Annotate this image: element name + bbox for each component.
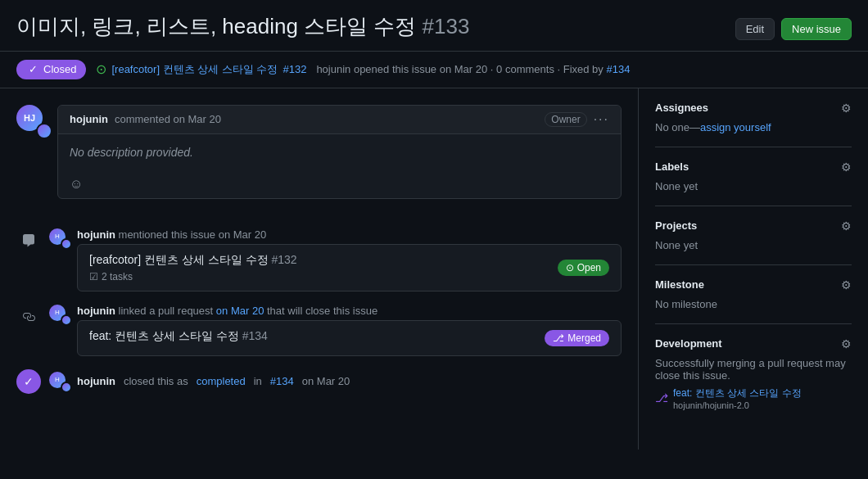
mention-event: H hojunin mentioned this issue on Mar 20… [16,228,622,291]
new-issue-button[interactable]: New issue [781,18,852,40]
status-badge-closed: ✓ Closed [16,60,86,79]
linked-pr-event: H hojunin linked a pull request on Mar 2… [16,305,622,356]
comment-header: hojunin commented on Mar 20 Owner ··· [58,106,621,134]
pr-date-link[interactable]: on Mar 20 [216,305,264,317]
task-count: ☑ 2 tasks [89,271,297,282]
projects-gear-button[interactable]: ⚙ [841,219,852,233]
header-actions: Edit New issue [735,13,852,40]
closed-icon: ✓ [16,369,41,394]
comment-body: No description provided. [58,134,621,170]
sidebar: Assignees ⚙ No one—assign yourself Label… [639,88,868,450]
mention-card-link[interactable]: [reafcotor] 컨텐츠 상세 스타일 수정 #132 [89,253,297,266]
linked-pr-content: hojunin linked a pull request on Mar 20 … [77,305,622,356]
link-icon [16,305,41,329]
projects-value: None yet [655,239,852,251]
milestone-section: Milestone ⚙ No milestone [655,278,852,324]
dev-pr-sub: hojunin/hojunin-2.0 [673,400,802,410]
comment-section: HJ hojunin commented on Mar 20 Owner ···… [16,105,622,212]
milestone-title: Milestone [655,278,704,291]
pr-card-link[interactable]: feat: 컨텐츠 상세 스타일 수정 #134 [89,329,268,342]
comment-footer: ☺ [58,170,621,198]
owner-badge: Owner [545,112,586,127]
ref-number-link[interactable]: #132 [283,63,306,75]
merged-badge: ⎇ Merged [545,330,609,346]
linked-pr-card: feat: 컨텐츠 상세 스타일 수정 #134 ⎇ Merged [77,320,622,356]
assignees-title: Assignees [655,102,708,114]
projects-title: Projects [655,219,697,232]
linked-pr-avatar: H [49,305,69,324]
labels-title: Labels [655,160,689,173]
emoji-button[interactable]: ☺ [70,177,83,192]
ref-title-link[interactable]: [reafcotor] 컨텐츠 상세 스타일 수정 [111,62,278,77]
main-content: HJ hojunin commented on Mar 20 Owner ···… [0,88,868,450]
mention-content: hojunin mentioned this issue on Mar 20 [… [77,228,622,291]
close-ref-link[interactable]: #134 [270,375,294,387]
page-header: 이미지, 링크, 리스트, heading 스타일 수정 #133 Edit N… [0,0,868,52]
edit-button[interactable]: Edit [735,18,775,40]
labels-section: Labels ⚙ None yet [655,160,852,206]
issue-meta: hojunin opened this issue on Mar 20 · 0 … [316,63,630,75]
assignees-value: No one—assign yourself [655,121,852,133]
closed-avatar: H [49,372,69,391]
development-title: Development [655,337,722,350]
issue-title: 이미지, 링크, 리스트, heading 스타일 수정 #133 [16,13,735,41]
merge-icon: ⎇ [655,391,668,404]
labels-gear-button[interactable]: ⚙ [841,160,852,174]
ref-link: ⊙ [reafcotor] 컨텐츠 상세 스타일 수정 #132 [96,61,306,77]
milestone-value: No milestone [655,298,852,310]
issue-number: #133 [423,14,470,38]
dev-pr-link[interactable]: feat: 컨텐츠 상세 스타일 수정 [673,387,802,399]
assignees-section: Assignees ⚙ No one—assign yourself [655,102,852,147]
mention-avatar: H [49,228,69,248]
comment-author: hojunin [70,113,108,125]
dev-pr-item: ⎇ feat: 컨텐츠 상세 스타일 수정 hojunin/hojunin-2.… [655,386,852,410]
development-gear-button[interactable]: ⚙ [841,337,852,350]
completed-link[interactable]: completed [197,375,246,387]
more-options-button[interactable]: ··· [594,112,609,127]
check-icon: ✓ [26,63,39,76]
open-badge: ⊙ Open [558,260,609,276]
milestone-gear-button[interactable]: ⚙ [841,278,852,291]
closed-event: ✓ H hojunin closed this as completed in … [16,369,622,394]
projects-section: Projects ⚙ None yet [655,219,852,265]
assignees-gear-button[interactable]: ⚙ [841,102,852,115]
commenter-avatar: HJ [16,105,49,138]
sub-header: ✓ Closed ⊙ [reafcotor] 컨텐츠 상세 스타일 수정 #13… [0,52,868,88]
timeline: HJ hojunin commented on Mar 20 Owner ···… [0,88,639,450]
header-left: 이미지, 링크, 리스트, heading 스타일 수정 #133 [16,13,735,41]
development-section: Development ⚙ Successfully merging a pul… [655,337,852,423]
circle-icon: ⊙ [96,61,106,77]
assign-yourself-link[interactable]: assign yourself [700,121,771,133]
labels-value: None yet [655,180,852,192]
comment-time: commented on Mar 20 [115,113,221,125]
fixed-by-link[interactable]: #134 [606,63,630,75]
mention-icon [16,228,41,253]
development-note: Successfully merging a pull request may … [655,357,852,382]
comment-box: hojunin commented on Mar 20 Owner ··· No… [57,105,622,199]
mention-card: [reafcotor] 컨텐츠 상세 스타일 수정 #132 ☑ 2 tasks… [77,244,622,291]
